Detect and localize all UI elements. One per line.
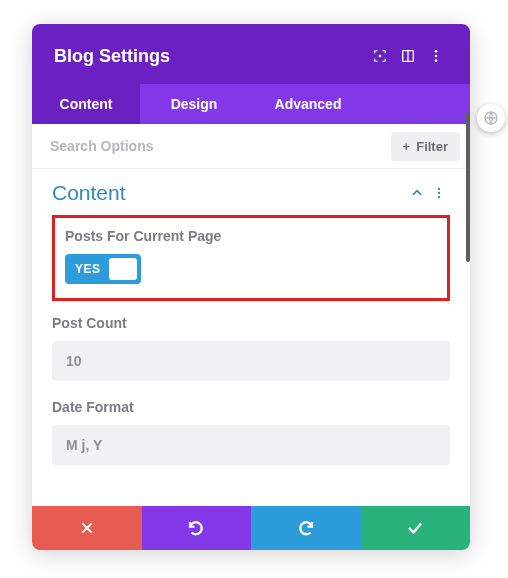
svg-point-7	[438, 192, 440, 194]
undo-icon	[187, 519, 205, 537]
check-icon	[406, 519, 424, 537]
scrollbar[interactable]	[466, 112, 470, 262]
svg-point-6	[438, 188, 440, 190]
undo-button[interactable]	[142, 506, 252, 550]
post-count-label: Post Count	[52, 315, 450, 331]
toggle-text: YES	[75, 262, 101, 276]
tab-design[interactable]: Design	[140, 84, 248, 124]
post-count-input[interactable]: 10	[52, 341, 450, 381]
date-format-label: Date Format	[52, 399, 450, 415]
expand-icon[interactable]	[366, 42, 394, 70]
section-title: Content	[52, 181, 406, 205]
redo-button[interactable]	[251, 506, 361, 550]
svg-point-3	[435, 50, 438, 53]
layout-icon[interactable]	[394, 42, 422, 70]
globe-icon[interactable]	[477, 104, 505, 132]
svg-point-4	[435, 55, 438, 58]
collapse-icon[interactable]	[406, 182, 428, 204]
date-format-field: Date Format M j, Y	[52, 399, 450, 465]
redo-icon	[297, 519, 315, 537]
section-header: Content	[52, 175, 450, 215]
svg-point-0	[379, 55, 382, 58]
highlight-box: Posts For Current Page YES	[52, 215, 450, 301]
post-count-field: Post Count 10	[52, 315, 450, 381]
posts-current-page-label: Posts For Current Page	[65, 228, 437, 244]
save-button[interactable]	[361, 506, 471, 550]
footer-actions	[32, 506, 470, 550]
kebab-menu-icon[interactable]	[422, 42, 450, 70]
close-icon	[79, 520, 95, 536]
filter-label: Filter	[416, 139, 448, 154]
posts-current-page-toggle[interactable]: YES	[65, 254, 141, 284]
tab-bar: Content Design Advanced	[32, 84, 470, 124]
filter-button[interactable]: + Filter	[391, 132, 460, 161]
svg-point-8	[438, 196, 440, 198]
settings-body: Content Posts For Current Page YES Post …	[32, 169, 470, 506]
search-input[interactable]: Search Options	[32, 124, 391, 168]
search-bar: Search Options + Filter	[32, 124, 470, 169]
section-kebab-icon[interactable]	[428, 182, 450, 204]
date-format-input[interactable]: M j, Y	[52, 425, 450, 465]
plus-icon: +	[403, 139, 411, 154]
modal-title: Blog Settings	[54, 46, 366, 67]
tab-advanced[interactable]: Advanced	[248, 84, 368, 124]
cancel-button[interactable]	[32, 506, 142, 550]
tab-content[interactable]: Content	[32, 84, 140, 124]
toggle-knob	[109, 258, 137, 280]
modal-header: Blog Settings	[32, 24, 470, 84]
svg-point-5	[435, 59, 438, 62]
blog-settings-modal: Blog Settings Content Design Advanced Se…	[32, 24, 470, 550]
